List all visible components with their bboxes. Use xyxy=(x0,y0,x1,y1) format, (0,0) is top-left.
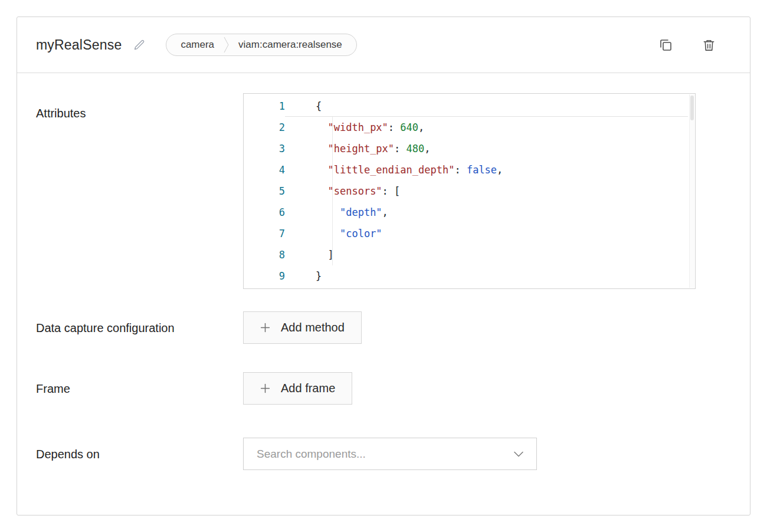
line-number: 6 xyxy=(244,202,285,223)
line-content[interactable]: "height_px": 480, xyxy=(285,138,688,159)
code-line[interactable]: 3 "height_px": 480, xyxy=(244,138,695,159)
line-number: 2 xyxy=(244,117,285,138)
plus-icon xyxy=(260,383,270,393)
rename-button[interactable] xyxy=(133,39,146,51)
line-number: 5 xyxy=(244,180,285,202)
line-content[interactable]: ] xyxy=(285,244,688,265)
chevron-separator-icon xyxy=(224,36,229,54)
add-method-button[interactable]: Add method xyxy=(243,311,362,344)
line-number: 8 xyxy=(244,244,285,265)
component-model: viam:camera:realsense xyxy=(238,39,342,51)
line-content[interactable]: { xyxy=(285,96,688,117)
component-type-pill: camera viam:camera:realsense xyxy=(166,34,356,56)
add-method-label: Add method xyxy=(281,321,345,334)
trash-icon xyxy=(702,38,716,52)
attributes-label: Attributes xyxy=(36,93,243,125)
depends-on-placeholder: Search components... xyxy=(257,448,366,461)
component-name: myRealSense xyxy=(36,37,122,53)
line-content[interactable]: "sensors": [ xyxy=(285,180,688,202)
editor-scrollbar[interactable] xyxy=(689,94,694,288)
frame-row: Frame Add frame xyxy=(36,372,750,405)
attributes-json-editor[interactable]: 1{2 "width_px": 640,3 "height_px": 480,4… xyxy=(243,93,696,289)
code-lines: 1{2 "width_px": 640,3 "height_px": 480,4… xyxy=(244,96,695,287)
code-line[interactable]: 5 "sensors": [ xyxy=(244,180,695,202)
data-capture-row: Data capture configuration Add method xyxy=(36,311,750,344)
line-number: 9 xyxy=(244,265,285,287)
plus-icon xyxy=(260,323,270,333)
add-frame-label: Add frame xyxy=(281,382,335,395)
line-number: 7 xyxy=(244,223,285,244)
code-line[interactable]: 9} xyxy=(244,265,695,287)
component-type: camera xyxy=(181,39,214,51)
depends-on-label: Depends on xyxy=(36,442,243,466)
header-actions xyxy=(658,38,716,52)
add-frame-button[interactable]: Add frame xyxy=(243,372,352,405)
scrollbar-thumb[interactable] xyxy=(690,96,694,120)
pencil-icon xyxy=(133,39,146,51)
line-number: 4 xyxy=(244,159,285,180)
code-line[interactable]: 7 "color" xyxy=(244,223,695,244)
duplicate-icon xyxy=(658,38,673,52)
attributes-row: Attributes 1{2 "width_px": 640,3 "height… xyxy=(36,93,750,289)
line-content[interactable]: } xyxy=(285,265,688,287)
line-content[interactable]: "width_px": 640, xyxy=(285,117,688,138)
depends-on-select[interactable]: Search components... xyxy=(243,438,537,470)
component-card-body: Attributes 1{2 "width_px": 640,3 "height… xyxy=(17,73,750,470)
code-line[interactable]: 1{ xyxy=(244,96,695,117)
code-line[interactable]: 2 "width_px": 640, xyxy=(244,117,695,138)
chevron-down-icon xyxy=(514,451,523,457)
frame-label: Frame xyxy=(36,377,243,400)
line-number: 1 xyxy=(244,96,285,117)
depends-on-row: Depends on Search components... xyxy=(36,438,750,470)
line-content[interactable]: "depth", xyxy=(285,202,688,223)
data-capture-label: Data capture configuration xyxy=(36,311,243,340)
component-card: myRealSense camera viam:camera:realsense xyxy=(17,17,750,515)
duplicate-button[interactable] xyxy=(658,38,673,52)
line-content[interactable]: "color" xyxy=(285,223,688,244)
component-card-header: myRealSense camera viam:camera:realsense xyxy=(17,17,750,73)
line-content[interactable]: "little_endian_depth": false, xyxy=(285,159,688,180)
delete-button[interactable] xyxy=(702,38,716,52)
code-line[interactable]: 8 ] xyxy=(244,244,695,265)
indent-guide xyxy=(332,117,333,265)
code-line[interactable]: 6 "depth", xyxy=(244,202,695,223)
line-number: 3 xyxy=(244,138,285,159)
code-line[interactable]: 4 "little_endian_depth": false, xyxy=(244,159,695,180)
